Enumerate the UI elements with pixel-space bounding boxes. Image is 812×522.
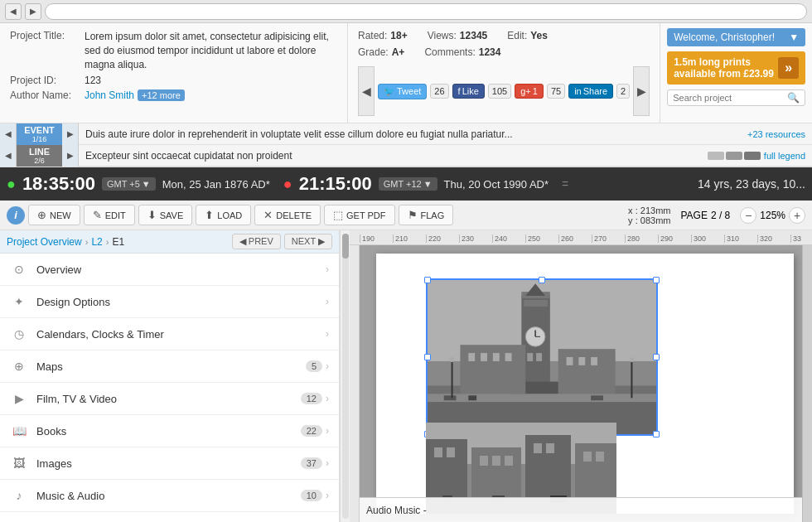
date1-display: Mon, 25 Jan 1876 AD* [162, 178, 270, 191]
full-legend-link[interactable]: full legend [764, 151, 805, 161]
chevron-icon-calendars: › [326, 328, 329, 340]
svg-rect-17 [493, 353, 500, 361]
ruler-mark-210: 210 [393, 234, 426, 243]
sidebar-label-books: Books [36, 425, 297, 437]
handle-middle-right[interactable] [653, 354, 660, 360]
time-result: 14 yrs, 23 days, 10... [582, 177, 805, 191]
edit-button[interactable]: ✎ EDIT [84, 205, 135, 225]
delete-button[interactable]: ✕ DELETE [254, 205, 321, 225]
handle-top-left[interactable] [424, 277, 431, 283]
line-badge: LINE 2/6 [17, 145, 62, 167]
breadcrumb-sep-1: › [85, 237, 89, 247]
page-value: 2 / 8 [711, 210, 730, 221]
sidebar-item-books[interactable]: 📖 Books 22 › [0, 415, 339, 447]
forward-button[interactable]: ▶ [25, 3, 41, 20]
music-icon: ♪ [10, 486, 28, 505]
design-options-icon: ✦ [10, 292, 28, 311]
zoom-in-button[interactable]: + [789, 207, 805, 224]
sidebar-item-music[interactable]: ♪ Music & Audio 10 › [0, 480, 339, 512]
edit-label: Edit: [507, 30, 527, 41]
resources-link[interactable]: +23 resources [747, 129, 812, 139]
project-id-row: Project ID: 123 [10, 75, 337, 86]
social-next-arrow[interactable]: ▶ [633, 66, 650, 116]
timezone1-label: GMT +5 [107, 179, 140, 189]
handle-top-center[interactable] [539, 277, 545, 283]
back-button[interactable]: ◀ [5, 3, 22, 20]
sidebar-item-maps[interactable]: ⊕ Maps 5 › [0, 350, 339, 383]
sidebar-item-design-options[interactable]: ✦ Design Options › [0, 286, 339, 318]
chevron-icon-film: › [326, 393, 329, 404]
svg-rect-14 [558, 349, 616, 394]
svg-rect-11 [536, 353, 542, 361]
handle-middle-left[interactable] [424, 354, 431, 360]
zoom-out-button[interactable]: − [740, 207, 756, 224]
event-badge: EVENT 1/16 [17, 123, 62, 145]
sidebar-item-overview[interactable]: ⊙ Overview › [0, 254, 339, 286]
like-button[interactable]: f Like [452, 84, 485, 99]
load-button[interactable]: ⬆ LOAD [196, 205, 251, 225]
edit-value: Yes [530, 30, 548, 41]
canvas-scrollbar-right[interactable] [802, 245, 812, 522]
handle-top-right[interactable] [653, 277, 660, 283]
welcome-dropdown[interactable]: Welcome, Christopher! ▼ [667, 28, 805, 46]
flag-icon: ⚑ [408, 209, 418, 221]
sidebar-label-music: Music & Audio [36, 490, 297, 502]
audio-text: Audio Music - [366, 505, 427, 516]
sidebar-item-images[interactable]: 🖼 Images 37 › [0, 447, 339, 480]
line-prev-button[interactable]: ◀ [0, 145, 17, 167]
prev-button[interactable]: ◀ PREV [232, 234, 281, 249]
info-button[interactable]: i [7, 206, 25, 225]
breadcrumb-l2[interactable]: L2 [91, 236, 102, 248]
comments-value: 1234 [479, 46, 501, 58]
line-badge-count: 2/6 [34, 157, 45, 165]
timezone2-selector[interactable]: GMT +12 ▼ [379, 177, 437, 191]
books-count: 22 [301, 425, 322, 437]
promo-banner[interactable]: 1.5m long prints available from £23.99 » [667, 51, 805, 85]
ruler-mark-300: 300 [691, 234, 724, 243]
search-input[interactable] [673, 93, 787, 103]
images-count: 37 [301, 457, 322, 469]
sidebar-label-film: Film, TV & Video [36, 393, 297, 405]
svg-rect-19 [567, 357, 573, 365]
sidebar-item-film[interactable]: ▶ Film, TV & Video 12 › [0, 383, 339, 415]
project-author-label: Author Name: [10, 89, 85, 101]
event-prev-button[interactable]: ◀ [0, 123, 17, 145]
save-icon: ⬇ [147, 209, 157, 221]
sidebar-item-weather[interactable]: ☁ Weather & Almanac › [0, 512, 339, 522]
grade-value: A+ [392, 46, 405, 58]
svg-point-6 [525, 327, 545, 347]
get-pdf-button[interactable]: ⬚ GET PDF [324, 205, 394, 225]
sidebar-label-overview: Overview [36, 263, 322, 276]
handle-bottom-right[interactable] [653, 431, 660, 437]
social-prev-arrow[interactable]: ◀ [358, 66, 375, 116]
new-button[interactable]: ⊕ NEW [28, 205, 80, 225]
project-info-bar: Project Title: Lorem ipsum dolor sit ame… [0, 23, 812, 123]
author-more-badge[interactable]: +12 more [138, 89, 185, 101]
save-button[interactable]: ⬇ SAVE [138, 205, 193, 225]
selected-image[interactable]: ↻ [426, 278, 658, 436]
linkedin-share-button[interactable]: in Share [568, 84, 613, 99]
next-button[interactable]: NEXT ▶ [284, 234, 332, 249]
ruler-mark-250: 250 [525, 234, 558, 243]
film-icon: ▶ [10, 389, 28, 408]
breadcrumb-project-overview[interactable]: Project Overview [7, 236, 82, 248]
address-bar[interactable] [45, 3, 807, 20]
project-details: Project Title: Lorem ipsum dolor sit ame… [0, 23, 348, 123]
info-icon: i [14, 209, 17, 221]
sidebar-scroll[interactable] [340, 230, 350, 522]
ruler-top: 190 210 220 230 240 250 260 270 280 290 … [350, 230, 812, 245]
svg-rect-22 [428, 394, 656, 402]
line-next-button[interactable]: ▶ [62, 145, 79, 167]
flag-button[interactable]: ⚑ FLAG [399, 205, 454, 225]
sidebar-item-calendars[interactable]: ◷ Calendars, Clocks & Timer › [0, 318, 339, 350]
svg-rect-37 [434, 447, 442, 457]
timezone1-selector[interactable]: GMT +5 ▼ [102, 177, 156, 191]
gplus-button[interactable]: g+ 1 [515, 84, 544, 99]
tweet-button[interactable]: 🐦 Tweet [378, 84, 427, 99]
views-value: 12345 [460, 30, 487, 41]
author-link[interactable]: John Smith [85, 89, 134, 101]
event-next-button[interactable]: ▶ [62, 123, 79, 145]
legend-dot-1 [708, 152, 724, 160]
stats-row-2: Grade: A+ Comments: 1234 [358, 46, 650, 58]
canvas-main[interactable]: ↻ [360, 245, 802, 522]
